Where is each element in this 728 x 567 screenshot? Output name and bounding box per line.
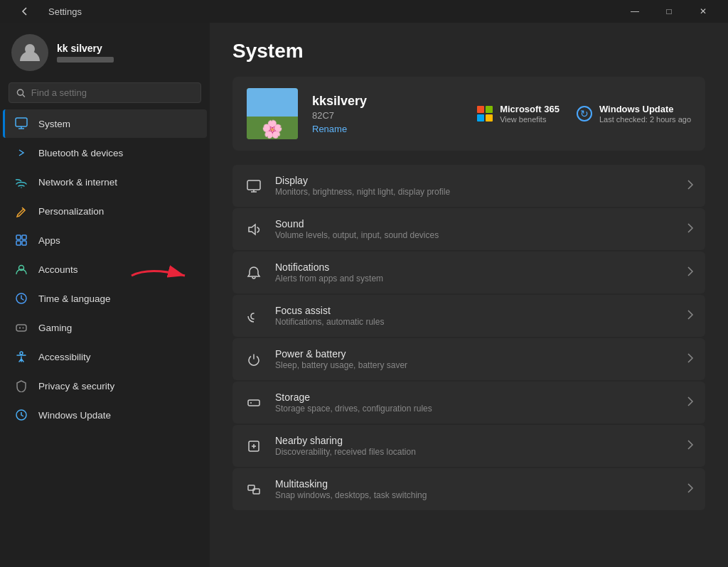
settings-text-focus: Focus assistNotifications, automatic rul… <box>275 305 675 327</box>
accounts-icon <box>14 262 28 276</box>
wu-badge[interactable]: ↻ Windows Update Last checked: 2 hours a… <box>577 104 691 124</box>
settings-desc-multitasking: Snap windows, desktops, task switching <box>275 490 675 500</box>
chevron-right-icon <box>687 439 694 453</box>
ms365-text: Microsoft 365 View benefits <box>500 104 560 124</box>
back-button[interactable] <box>9 0 41 23</box>
ms365-sub: View benefits <box>500 115 560 124</box>
display-icon <box>244 176 264 196</box>
settings-text-power: Power & batterySleep, battery usage, bat… <box>275 348 675 370</box>
chevron-right-icon <box>687 179 694 193</box>
close-button[interactable]: ✕ <box>687 0 719 23</box>
chevron-right-icon <box>687 266 694 279</box>
sidebar-item-system[interactable]: System <box>3 109 207 138</box>
sidebar-item-privacy[interactable]: Privacy & security <box>3 372 207 400</box>
ms365-title: Microsoft 365 <box>500 104 560 114</box>
user-card-name: kksilvery <box>312 94 367 109</box>
settings-item-multitasking[interactable]: MultitaskingSnap windows, desktops, task… <box>232 468 705 510</box>
svg-rect-10 <box>22 241 26 245</box>
time-icon <box>14 291 28 306</box>
user-info: kk silvery <box>57 43 114 63</box>
ms365-badge[interactable]: Microsoft 365 View benefits <box>477 104 560 124</box>
sidebar-item-label-personalization: Personalization <box>38 206 104 217</box>
settings-text-nearby: Nearby sharingDiscoverability, received … <box>275 435 675 457</box>
sidebar-item-label-privacy: Privacy & security <box>38 381 114 392</box>
update-icon <box>14 408 28 422</box>
sidebar-item-label-accounts: Accounts <box>38 264 78 275</box>
sidebar-item-network[interactable]: Network & internet <box>3 168 207 196</box>
sidebar-item-apps[interactable]: Apps <box>3 226 207 254</box>
wallpaper-preview: 🌸 <box>247 88 298 139</box>
wallpaper-tree-icon: 🌸 <box>262 119 283 139</box>
sidebar-item-label-gaming: Gaming <box>38 323 72 333</box>
rename-link[interactable]: Rename <box>312 124 367 134</box>
search-box[interactable] <box>9 82 201 103</box>
sidebar-item-time[interactable]: Time & language <box>3 284 207 313</box>
svg-point-17 <box>20 352 23 355</box>
svg-marker-22 <box>249 225 255 234</box>
sidebar-item-label-network: Network & internet <box>38 177 117 188</box>
settings-item-nearby[interactable]: Nearby sharingDiscoverability, received … <box>232 425 705 467</box>
settings-text-notifications: NotificationsAlerts from apps and system <box>275 261 675 284</box>
user-profile[interactable]: kk silvery <box>0 23 210 80</box>
app-title: Settings <box>48 6 82 17</box>
settings-item-display[interactable]: DisplayMonitors, brightness, night light… <box>232 165 705 207</box>
settings-item-focus[interactable]: Focus assistNotifications, automatic rul… <box>232 295 705 337</box>
svg-rect-9 <box>16 241 21 245</box>
accessibility-icon <box>14 350 28 364</box>
user-card-badges: Microsoft 365 View benefits ↻ Windows Up… <box>477 104 691 124</box>
settings-desc-sound: Volume levels, output, input, sound devi… <box>275 230 675 240</box>
svg-rect-7 <box>16 235 21 239</box>
settings-item-storage[interactable]: StorageStorage space, drives, configurat… <box>232 382 705 423</box>
settings-name-power: Power & battery <box>275 348 675 360</box>
sidebar-item-label-system: System <box>38 119 70 129</box>
sidebar-item-update[interactable]: Windows Update <box>3 401 207 429</box>
sidebar-item-label-bluetooth: Bluetooth & devices <box>38 148 123 158</box>
sidebar-item-label-apps: Apps <box>38 235 60 246</box>
settings-desc-storage: Storage space, drives, configuration rul… <box>275 404 675 414</box>
titlebar: Settings — □ ✕ <box>0 0 728 23</box>
svg-line-2 <box>23 94 25 97</box>
wu-icon: ↻ <box>577 106 592 122</box>
nav-list: SystemBluetooth & devicesNetwork & inter… <box>0 109 210 430</box>
sidebar-item-bluetooth[interactable]: Bluetooth & devices <box>3 139 207 167</box>
sidebar-item-label-time: Time & language <box>38 293 111 304</box>
settings-desc-power: Sleep, battery usage, battery saver <box>275 360 675 370</box>
search-input[interactable] <box>31 87 193 98</box>
chevron-right-icon <box>687 482 694 496</box>
sidebar-item-accounts[interactable]: Accounts <box>3 255 207 284</box>
sidebar-item-label-update: Windows Update <box>38 410 111 421</box>
settings-desc-nearby: Discoverability, received files location <box>275 447 675 457</box>
user-card-info: kksilvery 82C7 Rename <box>312 94 367 134</box>
sidebar-item-personalization[interactable]: Personalization <box>3 197 207 225</box>
apps-icon <box>14 233 28 247</box>
user-card: 🌸 kksilvery 82C7 Rename Microsof <box>232 77 705 151</box>
minimize-button[interactable]: — <box>619 0 651 23</box>
settings-item-power[interactable]: Power & batterySleep, battery usage, bat… <box>232 338 705 380</box>
svg-rect-13 <box>16 325 26 331</box>
user-name: kk silvery <box>57 43 114 54</box>
storage-icon <box>244 393 264 413</box>
settings-name-display: Display <box>275 175 675 186</box>
search-icon <box>16 88 26 98</box>
svg-rect-19 <box>247 180 260 190</box>
sidebar-item-label-accessibility: Accessibility <box>38 352 91 362</box>
sidebar-item-gaming[interactable]: Gaming <box>3 313 207 342</box>
settings-name-focus: Focus assist <box>275 305 675 316</box>
brush-icon <box>14 204 28 218</box>
svg-rect-3 <box>16 118 27 126</box>
network-icon <box>14 175 28 189</box>
settings-name-storage: Storage <box>275 392 675 403</box>
bluetooth-icon <box>14 146 28 160</box>
svg-point-1 <box>17 89 23 94</box>
settings-desc-focus: Notifications, automatic rules <box>275 317 675 327</box>
settings-name-nearby: Nearby sharing <box>275 435 675 446</box>
settings-text-multitasking: MultitaskingSnap windows, desktops, task… <box>275 478 675 500</box>
settings-item-notifications[interactable]: NotificationsAlerts from apps and system <box>232 252 705 293</box>
sidebar-item-accessibility[interactable]: Accessibility <box>3 342 207 371</box>
maximize-button[interactable]: □ <box>653 0 685 23</box>
settings-list: DisplayMonitors, brightness, night light… <box>232 165 705 510</box>
settings-item-sound[interactable]: SoundVolume levels, output, input, sound… <box>232 208 705 250</box>
chevron-right-icon <box>687 309 694 323</box>
main-content: System 🌸 kksilvery 82C7 Rename <box>210 23 728 567</box>
focus-icon <box>244 306 264 326</box>
